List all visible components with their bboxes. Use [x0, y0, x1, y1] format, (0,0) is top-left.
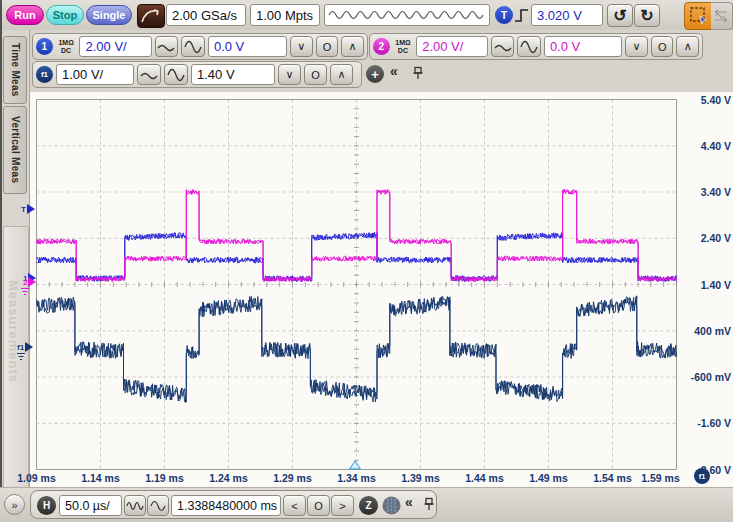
timebase-scale-value[interactable]: 50.0 µs/ — [59, 495, 122, 516]
x-axis-label: 1.49 ms — [521, 472, 577, 484]
top-toolbar: Run Stop Single 2.00 GSa/s 1.00 Mpts T 3… — [0, 0, 733, 31]
timebase-wave-slow-button[interactable] — [147, 495, 169, 516]
x-axis-label: 1.24 ms — [201, 472, 257, 484]
pin-horizontal-button[interactable] — [423, 497, 435, 516]
channel1-scale-value[interactable]: 2.00 V/ — [79, 36, 151, 57]
math-f1-offset-value[interactable]: 1.40 V — [191, 64, 275, 85]
trigger-badge[interactable]: T — [495, 6, 513, 24]
y-axis-label: 1.40 V — [671, 279, 731, 291]
x-axis-label: 1.59 ms — [633, 472, 689, 484]
ground-symbol-icon — [16, 352, 27, 361]
y-axis-label: -600 mV — [671, 371, 731, 383]
oscilloscope-app: Run Stop Single 2.00 GSa/s 1.00 Mpts T 3… — [0, 0, 733, 522]
math-f1-offset-up-button[interactable]: ∧ — [330, 64, 353, 85]
f1-ground-marker[interactable]: f1 — [17, 342, 33, 352]
channel1-wave-large-button[interactable] — [181, 36, 205, 57]
channel2-offset-up-button[interactable]: ∧ — [676, 36, 699, 57]
x-axis-label: 1.19 ms — [137, 472, 193, 484]
pin-channels-button[interactable] — [412, 66, 424, 85]
stop-button[interactable]: Stop — [46, 5, 84, 25]
display-settings-button[interactable] — [137, 4, 165, 28]
delay-right-button[interactable]: > — [331, 495, 354, 516]
channel1-offset-value[interactable]: 0.0 V — [208, 36, 287, 57]
x-axis-label: 1.44 ms — [457, 472, 513, 484]
x-axis-label: 1.39 ms — [393, 472, 449, 484]
channel2-offset-down-button[interactable]: ∨ — [625, 36, 648, 57]
channel2-coupling-label[interactable]: 1MΩDC — [393, 39, 414, 54]
undo-button[interactable]: ↺ — [607, 4, 633, 27]
window-edge — [0, 0, 2, 522]
channel1-badge[interactable]: 1 — [36, 38, 53, 55]
channel2-badge[interactable]: 2 — [373, 38, 390, 55]
channel2-wave-large-button[interactable] — [517, 36, 541, 57]
channel2-offset-value[interactable]: 0.0 V — [544, 36, 622, 57]
curve-icon — [138, 5, 164, 27]
channel2-wave-small-button[interactable] — [491, 36, 515, 57]
channel1-coupling-label[interactable]: 1MΩDC — [56, 39, 77, 54]
math-f1-scale-value[interactable]: 1.00 V/ — [56, 64, 134, 85]
y-axis-label: 2.40 V — [671, 232, 731, 244]
ch2-ground-marker[interactable]: 2 — [23, 277, 36, 287]
math-f1-wave-small-button[interactable] — [137, 64, 161, 85]
waveform-display: 5.40 V4.40 V3.40 V2.40 V1.40 V400 mV-600… — [30, 92, 733, 487]
selection-mode-button[interactable] — [684, 2, 713, 30]
zoom-button[interactable]: Z — [359, 496, 378, 515]
math-f1-offset-down-button[interactable]: ∨ — [278, 64, 301, 85]
delay-value[interactable]: 1.3388480000 ms — [171, 495, 281, 516]
channel2-scale-value[interactable]: 2.00 V/ — [416, 36, 488, 57]
x-axis-label: 1.14 ms — [73, 472, 129, 484]
add-function-button[interactable]: + — [366, 65, 384, 83]
tab-vertical-meas[interactable]: Vertical Meas — [3, 106, 27, 194]
sine-pattern-icon — [325, 5, 489, 25]
pan-zoom-icon — [713, 6, 731, 26]
expand-sidebar-button[interactable]: » — [4, 494, 25, 515]
collapse-horizontal-button[interactable]: « — [405, 494, 413, 510]
ground-symbol-icon — [20, 287, 31, 296]
delay-left-button[interactable]: < — [283, 495, 306, 516]
channel1-offset-down-button[interactable]: ∨ — [290, 36, 313, 57]
ch2-ground-arrow-icon — [28, 277, 36, 287]
sample-rate-value: 2.00 GSa/s — [166, 4, 246, 26]
x-axis-label: 1.29 ms — [265, 472, 321, 484]
y-axis-label: 3.40 V — [671, 186, 731, 198]
horizontal-badge[interactable]: H — [37, 496, 56, 515]
math-f1-wave-large-button[interactable] — [164, 64, 188, 85]
grid-display-icon — [382, 496, 401, 515]
measurement-sidebar: Time Meas Vertical Meas Measurements — [0, 30, 30, 487]
trigger-pattern-display[interactable] — [324, 4, 490, 26]
channel2-group: 2 1MΩDC 2.00 V/ 0.0 V ∨ O ∧ — [369, 33, 703, 60]
timebase-wave-fast-button[interactable] — [124, 495, 146, 516]
y-axis-label: 5.40 V — [671, 94, 731, 106]
collapse-channels-button[interactable]: « — [390, 63, 398, 79]
f1-axis-badge: f1 — [694, 468, 710, 484]
time-reference-marker[interactable] — [350, 461, 361, 469]
delay-dial-button[interactable]: O — [307, 495, 330, 516]
channel-bar: 1 1MΩDC 2.00 V/ 0.0 V ∨ O ∧ 2 1MΩDC 2.00… — [0, 30, 733, 92]
measurements-watermark: Measurements — [6, 280, 21, 383]
channel1-wave-small-button[interactable] — [155, 36, 179, 57]
scope-canvas[interactable] — [36, 99, 677, 470]
redo-button[interactable]: ↻ — [634, 4, 660, 27]
single-button[interactable]: Single — [86, 5, 132, 25]
trigger-arrow-icon — [27, 204, 35, 214]
pushpin-icon — [412, 66, 424, 81]
channel1-offset-dial-button[interactable]: O — [316, 36, 339, 57]
trigger-level-value[interactable]: 3.020 V — [531, 4, 603, 26]
channel1-group: 1 1MΩDC 2.00 V/ 0.0 V ∨ O ∧ — [32, 33, 368, 60]
pan-zoom-waveform-button[interactable] — [711, 2, 733, 30]
math-f1-badge[interactable]: f1 — [36, 66, 53, 83]
trigger-edge-icon[interactable] — [514, 5, 530, 25]
display-grid-button[interactable] — [382, 496, 401, 519]
tab-time-meas[interactable]: Time Meas — [3, 36, 27, 104]
pushpin-icon — [423, 497, 435, 512]
channel1-offset-up-button[interactable]: ∧ — [341, 36, 364, 57]
horizontal-panel: H 50.0 µs/ 1.3388480000 ms < O > Z « — [30, 490, 437, 519]
math-f1-offset-dial-button[interactable]: O — [304, 64, 327, 85]
x-axis-label: 1.09 ms — [9, 472, 65, 484]
horizontal-bar: » H 50.0 µs/ 1.3388480000 ms < O > Z « — [0, 487, 733, 522]
trigger-level-marker[interactable]: T — [21, 204, 35, 214]
run-button[interactable]: Run — [6, 5, 44, 25]
channel2-offset-dial-button[interactable]: O — [651, 36, 674, 57]
memory-depth-value: 1.00 Mpts — [250, 4, 320, 26]
y-axis-label: -1.60 V — [671, 417, 731, 429]
